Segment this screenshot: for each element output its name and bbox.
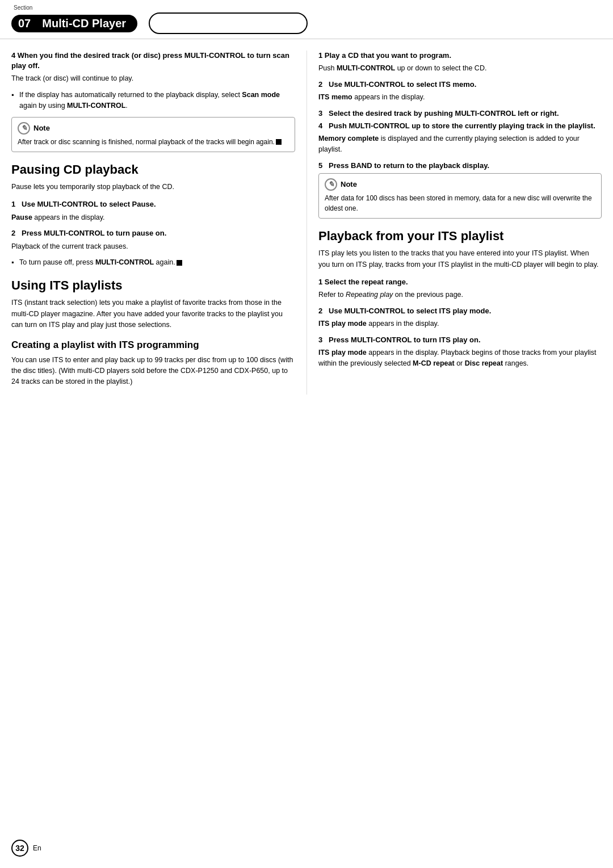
scan-note-text: After track or disc scanning is finished…: [18, 137, 289, 147]
pausing-title: Pausing CD playback: [11, 162, 295, 177]
pb-step1-text: Refer to Repeating play on the previous …: [318, 290, 602, 300]
pausing-step1-text: Pause appears in the display.: [11, 212, 295, 223]
note-icon: ✎: [18, 122, 30, 135]
scan-note-box: ✎ Note After track or disc scanning is f…: [11, 117, 295, 152]
pb-step2-heading: 2 Use MULTI-CONTROL to select ITS play m…: [318, 306, 602, 316]
creating-intro: You can use ITS to enter and play back u…: [11, 355, 295, 388]
its-step4-heading: 4 Push MULTI-CONTROL up to store the cur…: [318, 121, 602, 131]
pausing-step2-bullet: To turn pause off, press MULTI-CONTROL a…: [11, 257, 295, 268]
right-column: 1 Play a CD that you want to program. Pu…: [306, 51, 602, 395]
note-icon-right: ✎: [325, 178, 337, 191]
scan-note-header: ✎ Note: [18, 122, 289, 135]
section-number: 07: [11, 15, 37, 32]
its-note-box: ✎ Note After data for 100 discs has been…: [318, 173, 602, 219]
its-step2-text: ITS memo appears in the display.: [318, 92, 602, 103]
header-right-decoration: [149, 12, 308, 34]
its-note-text: After data for 100 discs has been stored…: [325, 193, 595, 213]
left-column: 4 When you find the desired track (or di…: [11, 51, 306, 395]
its-note-header: ✎ Note: [325, 178, 595, 191]
pausing-step2-text: Playback of the current track pauses.: [11, 241, 295, 252]
scan-step4-bullet: If the display has automatically returne…: [11, 90, 295, 111]
stop-symbol-2: [177, 260, 182, 266]
pb-step1-heading: 1 Select the repeat range.: [318, 277, 602, 287]
using-its-title: Using ITS playlists: [11, 278, 295, 293]
footer: 32 En: [11, 840, 41, 857]
pb-step3-text: ITS play mode appears in the display. Pl…: [318, 347, 602, 369]
page-header: 07 Multi-CD Player: [0, 0, 613, 39]
section-title: Multi-CD Player: [37, 15, 137, 32]
pausing-intro: Pause lets you temporarily stop playback…: [11, 182, 295, 192]
scan-step4-heading: 4 When you find the desired track (or di…: [11, 51, 295, 71]
using-its-intro: ITS (instant track selection) lets you m…: [11, 297, 295, 330]
stop-symbol: [276, 139, 282, 145]
content-area: 4 When you find the desired track (or di…: [0, 51, 613, 395]
its-step1-text: Push MULTI-CONTROL up or down to select …: [318, 63, 602, 74]
pb-step3-heading: 3 Press MULTI-CONTROL to turn ITS play o…: [318, 335, 602, 345]
pausing-step1-heading: 1 Use MULTI-CONTROL to select Pause.: [11, 199, 295, 209]
playback-intro: ITS play lets you listen to the tracks t…: [318, 248, 602, 270]
page-number: 32: [11, 840, 28, 857]
section-label: Section: [14, 5, 32, 11]
its-step5-heading: 5 Press BAND to return to the playback d…: [318, 161, 602, 171]
its-step3-heading: 3 Select the desired track by pushing MU…: [318, 108, 602, 119]
its-step1-heading: 1 Play a CD that you want to program.: [318, 51, 602, 61]
pausing-step2-heading: 2 Press MULTI-CONTROL to turn pause on.: [11, 228, 295, 238]
its-step4-text: Memory complete is displayed and the cur…: [318, 133, 602, 155]
its-step2-heading: 2 Use MULTI-CONTROL to select ITS memo.: [318, 79, 602, 90]
playback-title: Playback from your ITS playlist: [318, 229, 602, 244]
lang-label: En: [33, 844, 41, 852]
pb-step2-text: ITS play mode appears in the display.: [318, 318, 602, 329]
creating-subtitle: Creating a playlist with ITS programming: [11, 339, 295, 351]
scan-step4-text: The track (or disc) will continue to pla…: [11, 73, 295, 84]
